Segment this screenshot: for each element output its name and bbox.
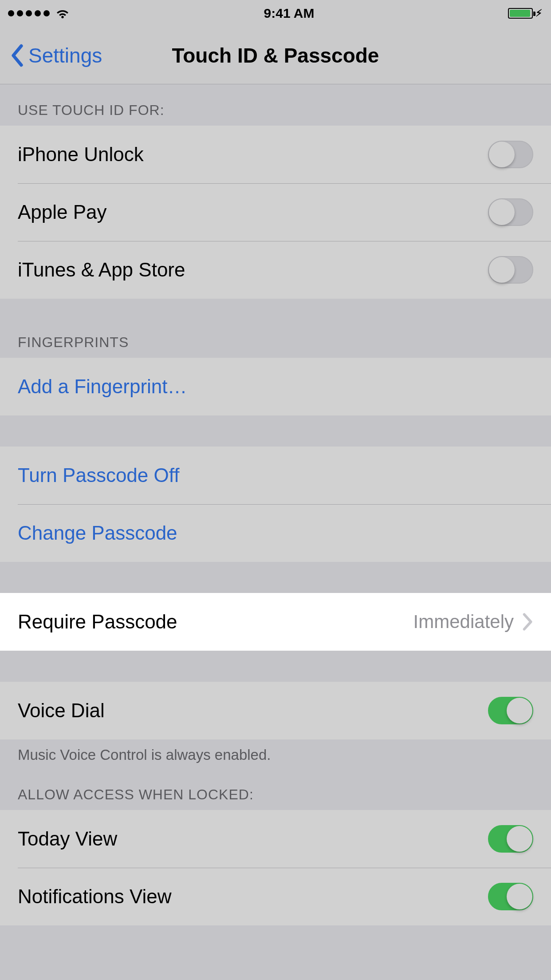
row-apple-pay[interactable]: Apple Pay — [0, 183, 551, 241]
charging-icon: ⚡︎ — [535, 8, 542, 19]
toggle-voice-dial[interactable] — [488, 697, 533, 724]
toggle-itunes[interactable] — [488, 256, 533, 284]
voice-dial-list: Voice Dial — [0, 682, 551, 739]
passcode-actions-list: Turn Passcode Off Change Passcode — [0, 447, 551, 562]
battery-icon — [508, 8, 533, 19]
section-header-touch-id: USE TOUCH ID FOR: — [0, 84, 551, 126]
chevron-left-icon — [10, 43, 25, 67]
navigation-bar: Settings Touch ID & Passcode — [0, 27, 551, 84]
toggle-apple-pay[interactable] — [488, 198, 533, 226]
row-iphone-unlock[interactable]: iPhone Unlock — [0, 126, 551, 183]
status-bar: 9:41 AM ⚡︎ — [0, 0, 551, 27]
turn-passcode-off-link: Turn Passcode Off — [18, 464, 533, 486]
status-time: 9:41 AM — [264, 6, 315, 21]
row-add-fingerprint[interactable]: Add a Fingerprint… — [0, 358, 551, 415]
row-voice-dial[interactable]: Voice Dial — [0, 682, 551, 739]
toggle-notifications-view[interactable] — [488, 883, 533, 910]
chevron-right-icon — [523, 613, 533, 631]
status-right: ⚡︎ — [508, 8, 542, 19]
row-label: iTunes & App Store — [18, 259, 488, 281]
require-passcode-list: Require Passcode Immediately — [0, 593, 551, 651]
today-view-label: Today View — [18, 828, 488, 850]
toggle-today-view[interactable] — [488, 825, 533, 853]
row-today-view[interactable]: Today View — [0, 810, 551, 868]
row-label: iPhone Unlock — [18, 143, 488, 166]
notifications-view-label: Notifications View — [18, 885, 488, 908]
add-fingerprint-link: Add a Fingerprint… — [18, 375, 533, 398]
voice-dial-footer: Music Voice Control is always enabled. — [0, 739, 551, 769]
touch-id-list: iPhone Unlock Apple Pay iTunes & App Sto… — [0, 126, 551, 299]
section-header-fingerprints: FINGERPRINTS — [0, 299, 551, 358]
wifi-icon — [55, 6, 70, 21]
toggle-iphone-unlock[interactable] — [488, 141, 533, 168]
row-require-passcode[interactable]: Require Passcode Immediately — [0, 593, 551, 651]
row-label: Apple Pay — [18, 201, 488, 223]
row-itunes-app-store[interactable]: iTunes & App Store — [0, 241, 551, 299]
change-passcode-link: Change Passcode — [18, 522, 533, 544]
require-passcode-label: Require Passcode — [18, 611, 413, 633]
back-button-label: Settings — [28, 43, 102, 67]
allow-access-list: Today View Notifications View — [0, 810, 551, 925]
fingerprints-list: Add a Fingerprint… — [0, 358, 551, 415]
row-notifications-view[interactable]: Notifications View — [0, 868, 551, 925]
status-left — [8, 6, 70, 21]
back-button[interactable]: Settings — [0, 43, 102, 67]
section-header-allow-access: ALLOW ACCESS WHEN LOCKED: — [0, 769, 551, 810]
require-passcode-value: Immediately — [413, 611, 514, 632]
row-change-passcode[interactable]: Change Passcode — [0, 504, 551, 562]
signal-strength-icon — [8, 10, 50, 16]
row-turn-passcode-off[interactable]: Turn Passcode Off — [0, 447, 551, 504]
voice-dial-label: Voice Dial — [18, 699, 488, 722]
